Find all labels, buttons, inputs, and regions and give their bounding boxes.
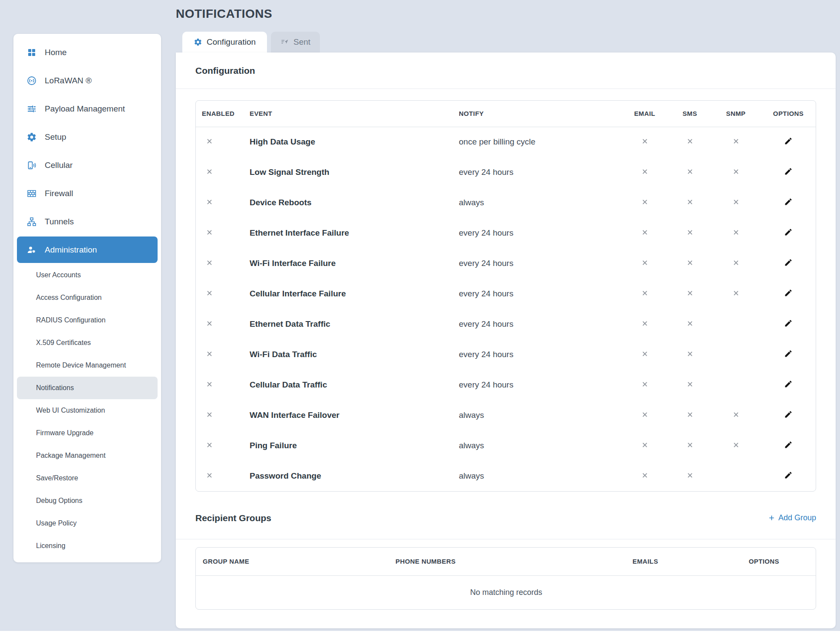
col-header-event: EVENT (244, 101, 453, 127)
disabled-x-icon (687, 168, 693, 175)
sidebar-subitem-access-configuration[interactable]: Access Configuration (17, 286, 158, 309)
disabled-x-icon (642, 442, 648, 448)
lorawan-icon (26, 76, 37, 86)
config-table-row: Cellular Data Trafficevery 24 hours (196, 370, 816, 400)
event-name: WAN Interface Failover (244, 400, 453, 430)
disabled-x-icon (733, 138, 739, 144)
edit-icon[interactable] (784, 289, 793, 297)
edit-icon[interactable] (784, 137, 793, 145)
edit-icon[interactable] (784, 440, 793, 449)
disabled-x-icon (206, 199, 213, 205)
sidebar-subitem-save-restore[interactable]: Save/Restore (17, 467, 158, 489)
disabled-x-icon (687, 442, 693, 448)
notify-frequency: every 24 hours (453, 370, 621, 400)
sidebar-subitem-label: Save/Restore (36, 474, 78, 482)
sidebar-subitem-debug-options[interactable]: Debug Options (17, 489, 158, 512)
config-table-body: High Data Usageonce per billing cycleLow… (196, 127, 816, 491)
tab-sent[interactable]: Sent (271, 32, 320, 53)
sidebar-item-label: Cellular (45, 161, 72, 170)
tunnels-icon (26, 217, 37, 227)
edit-icon[interactable] (784, 258, 793, 267)
tab-bar: Configuration Sent (182, 32, 320, 53)
sidebar-subitem-web-ui-customization[interactable]: Web UI Customization (17, 399, 158, 422)
disabled-x-icon (642, 168, 648, 175)
main-panel: Configuration ENABLED EVENT NOTIFY EMAIL… (176, 53, 836, 628)
edit-icon[interactable] (784, 410, 793, 419)
sidebar-subitem-label: Access Configuration (36, 294, 102, 302)
notify-frequency: always (453, 187, 621, 218)
configuration-heading: Configuration (195, 66, 255, 76)
disabled-x-icon (733, 168, 739, 175)
sidebar-subitem-firmware-upgrade[interactable]: Firmware Upgrade (17, 422, 158, 444)
sidebar-subitem-licensing[interactable]: Licensing (17, 535, 158, 557)
sidebar-item-firewall[interactable]: Firewall (13, 179, 161, 207)
event-name: High Data Usage (244, 127, 453, 157)
sidebar-item-home[interactable]: Home (13, 38, 161, 66)
recipient-groups-header-row: GROUP NAME PHONE NUMBERS EMAILS OPTIONS (196, 548, 816, 575)
sidebar-subitem-user-accounts[interactable]: User Accounts (17, 264, 158, 286)
edit-icon[interactable] (784, 471, 793, 479)
disabled-x-icon (642, 351, 648, 357)
config-table-row: Ping Failurealways (196, 430, 816, 461)
sidebar-item-label: LoRaWAN ® (45, 76, 92, 85)
event-name: Ethernet Interface Failure (244, 218, 453, 248)
tab-configuration[interactable]: Configuration (182, 32, 267, 53)
disabled-x-icon (687, 411, 693, 418)
sidebar-subitem-label: Usage Policy (36, 519, 76, 527)
disabled-x-icon (206, 411, 213, 418)
add-group-label: Add Group (778, 513, 816, 522)
sidebar-item-cellular[interactable]: Cellular (13, 151, 161, 179)
edit-icon[interactable] (784, 228, 793, 236)
event-name: Cellular Interface Failure (244, 279, 453, 309)
sidebar-subitem-label: Firmware Upgrade (36, 429, 93, 437)
recipient-groups-table-container: GROUP NAME PHONE NUMBERS EMAILS OPTIONS … (195, 547, 816, 610)
sidebar-item-lorawan[interactable]: LoRaWAN ® (13, 66, 161, 95)
sidebar-subitem-remote-device-management[interactable]: Remote Device Management (17, 354, 158, 377)
edit-icon[interactable] (784, 319, 793, 328)
disabled-x-icon (687, 229, 693, 236)
sidebar-item-label: Firewall (45, 189, 73, 198)
col-header-email: EMAIL (621, 101, 668, 127)
notify-frequency: every 24 hours (453, 309, 621, 339)
config-table-row: Ethernet Interface Failureevery 24 hours (196, 218, 816, 248)
event-name: Wi-Fi Data Traffic (244, 339, 453, 370)
disabled-x-icon (687, 351, 693, 357)
edit-icon[interactable] (784, 167, 793, 176)
empty-row: No matching records (196, 575, 816, 609)
sidebar-item-setup[interactable]: Setup (13, 123, 161, 151)
recipient-groups-table: GROUP NAME PHONE NUMBERS EMAILS OPTIONS … (196, 548, 816, 609)
edit-icon[interactable] (784, 197, 793, 206)
config-table-row: Low Signal Strengthevery 24 hours (196, 157, 816, 187)
sidebar-item-label: Home (45, 48, 67, 57)
col-header-emails: EMAILS (626, 548, 734, 575)
sidebar-item-tunnels[interactable]: Tunnels (13, 207, 161, 236)
sidebar-subitem-radius-configuration[interactable]: RADIUS Configuration (17, 309, 158, 332)
sidebar-subitem-notifications[interactable]: Notifications (17, 377, 158, 399)
config-table-row: Device Rebootsalways (196, 187, 816, 218)
home-icon (26, 47, 37, 58)
sidebar-subitem-x-509-certificates[interactable]: X.509 Certificates (17, 332, 158, 354)
sidebar-subitem-package-management[interactable]: Package Management (17, 444, 158, 467)
disabled-x-icon (687, 472, 693, 479)
disabled-x-icon (206, 229, 213, 236)
event-name: Low Signal Strength (244, 157, 453, 187)
event-name: Ping Failure (244, 430, 453, 461)
edit-icon[interactable] (784, 380, 793, 388)
cellular-icon (26, 160, 37, 171)
add-group-button[interactable]: Add Group (768, 513, 816, 522)
sidebar-item-administration[interactable]: Administration (17, 236, 158, 263)
notify-frequency: always (453, 461, 621, 491)
edit-icon[interactable] (784, 349, 793, 358)
notify-frequency: once per billing cycle (453, 127, 621, 157)
sidebar-subitem-label: Licensing (36, 542, 66, 550)
sidebar-subitem-usage-policy[interactable]: Usage Policy (17, 512, 158, 535)
event-name: Cellular Data Traffic (244, 370, 453, 400)
disabled-x-icon (687, 199, 693, 205)
col-header-options: OPTIONS (760, 101, 816, 127)
sidebar-item-payload-management[interactable]: Payload Management (13, 95, 161, 123)
config-table-row: Cellular Interface Failureevery 24 hours (196, 279, 816, 309)
tab-label: Configuration (207, 37, 256, 47)
disabled-x-icon (687, 290, 693, 296)
sidebar-item-label: Payload Management (45, 104, 125, 114)
disabled-x-icon (206, 138, 213, 144)
